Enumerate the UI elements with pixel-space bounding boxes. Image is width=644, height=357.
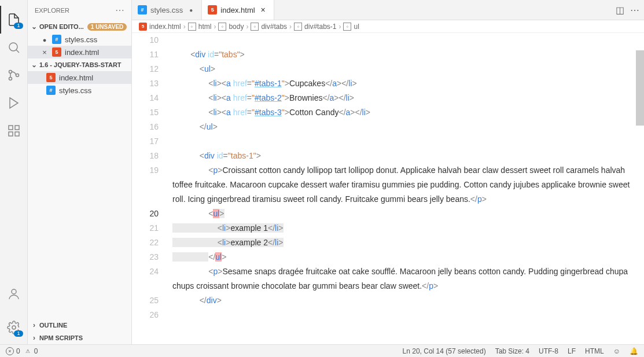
- unsaved-badge: 1 UNSAVED: [87, 23, 127, 31]
- element-icon: ⬦: [218, 23, 226, 31]
- svg-point-1: [9, 71, 12, 73]
- close-icon[interactable]: ×: [259, 5, 268, 14]
- breadcrumb-item[interactable]: ⬦ div#tabs: [251, 23, 287, 31]
- element-icon: ⬦: [188, 23, 196, 31]
- chevron-right-icon: ›: [30, 321, 38, 329]
- svg-rect-6: [9, 132, 13, 136]
- css-file-icon: #: [52, 35, 61, 44]
- svg-point-9: [12, 326, 16, 329]
- breadcrumb-item[interactable]: ⬦ ul: [343, 23, 359, 31]
- svg-point-8: [12, 289, 16, 294]
- svg-point-2: [9, 78, 12, 80]
- explorer-icon[interactable]: 1: [0, 6, 28, 34]
- eol-status[interactable]: LF: [568, 347, 576, 355]
- tab-styles-css[interactable]: # styles.css ●: [132, 0, 202, 20]
- breadcrumb-item[interactable]: ⬦ body: [218, 23, 244, 31]
- modified-dot-icon: ●: [186, 7, 196, 13]
- close-icon[interactable]: ×: [41, 48, 49, 57]
- encoding-status[interactable]: UTF-8: [539, 347, 558, 355]
- chevron-down-icon: ⌄: [30, 61, 38, 69]
- sidebar-title: EXPLORER: [35, 7, 69, 14]
- settings-badge: 1: [14, 330, 23, 337]
- accounts-icon[interactable]: [0, 280, 28, 308]
- chevron-right-icon: ›: [214, 23, 216, 31]
- tab-size-status[interactable]: Tab Size: 4: [495, 347, 529, 355]
- chevron-right-icon: ›: [30, 334, 38, 342]
- html-file-icon: 5: [208, 5, 217, 14]
- open-editors-header[interactable]: ⌄ OPEN EDITO... 1 UNSAVED: [28, 20, 131, 33]
- tab-index-html[interactable]: 5 index.html ×: [202, 0, 274, 20]
- chevron-right-icon: ›: [246, 23, 248, 31]
- file-tree-item[interactable]: 5 index.html: [28, 71, 131, 84]
- warning-icon: ⚠: [24, 347, 32, 355]
- open-editor-item[interactable]: × 5 index.html: [28, 46, 131, 58]
- scrollbar-thumb[interactable]: [636, 50, 644, 126]
- svg-rect-5: [15, 126, 19, 130]
- chevron-down-icon: ⌄: [30, 23, 38, 31]
- breadcrumb-item[interactable]: 5 index.html: [139, 23, 181, 31]
- html-file-icon: 5: [46, 73, 56, 82]
- source-control-icon[interactable]: [0, 61, 28, 89]
- editor-area: # styles.css ● 5 index.html × ◫ ⋯ 5 inde…: [132, 0, 644, 344]
- chevron-right-icon: ›: [289, 23, 292, 31]
- extensions-icon[interactable]: [0, 117, 28, 145]
- language-status[interactable]: HTML: [585, 347, 604, 355]
- svg-rect-7: [15, 132, 19, 136]
- split-editor-icon[interactable]: ◫: [616, 5, 624, 16]
- npm-scripts-header[interactable]: › NPM SCRIPTS: [28, 332, 131, 344]
- open-editor-item[interactable]: # styles.css: [28, 33, 131, 46]
- html-file-icon: 5: [52, 47, 61, 57]
- svg-point-0: [9, 43, 17, 51]
- cursor-position-status[interactable]: Ln 20, Col 14 (57 selected): [403, 347, 486, 355]
- file-tree-item[interactable]: # styles.css: [28, 84, 131, 97]
- feedback-icon[interactable]: ☺: [613, 347, 620, 355]
- activity-bar: 1 1: [0, 0, 28, 344]
- element-icon: ⬦: [343, 23, 351, 31]
- run-debug-icon[interactable]: [0, 89, 28, 117]
- element-icon: ⬦: [294, 23, 302, 31]
- chevron-right-icon: ›: [338, 23, 341, 31]
- search-icon[interactable]: [0, 34, 28, 61]
- more-icon[interactable]: ⋯: [630, 5, 639, 16]
- chevron-right-icon: ›: [183, 23, 186, 31]
- sidebar: EXPLORER ⋯ ⌄ OPEN EDITO... 1 UNSAVED # s…: [28, 0, 132, 344]
- breadcrumb: 5 index.html › ⬦ html › ⬦ body › ⬦ div#t…: [132, 20, 644, 33]
- warnings-status[interactable]: ⚠ 0: [24, 347, 38, 355]
- folder-header[interactable]: ⌄ 1.6 - JQUERY-TABS-START: [28, 58, 131, 71]
- tabs-bar: # styles.css ● 5 index.html × ◫ ⋯: [132, 0, 644, 20]
- element-icon: ⬦: [251, 23, 259, 31]
- sidebar-more-icon[interactable]: ⋯: [115, 5, 124, 16]
- line-numbers: 1011121314151617181920212223242526: [132, 33, 172, 344]
- css-file-icon: #: [46, 86, 56, 95]
- scrollbar-vertical[interactable]: [636, 33, 644, 344]
- settings-gear-icon[interactable]: 1: [0, 314, 28, 341]
- code-content[interactable]: <div id="tabs"> <ul> <li><a href="#tabs-…: [172, 33, 644, 344]
- css-file-icon: #: [138, 5, 147, 14]
- breadcrumb-item[interactable]: ⬦ div#tabs-1: [294, 23, 336, 31]
- errors-status[interactable]: × 0: [6, 347, 20, 355]
- explorer-badge: 1: [14, 23, 23, 29]
- svg-rect-4: [9, 126, 13, 130]
- notifications-icon[interactable]: 🔔: [630, 347, 638, 355]
- code-editor[interactable]: 1011121314151617181920212223242526 <div …: [132, 33, 644, 344]
- outline-header[interactable]: › OUTLINE: [28, 319, 131, 332]
- status-bar: × 0 ⚠ 0 Ln 20, Col 14 (57 selected) Tab …: [0, 344, 644, 357]
- breadcrumb-item[interactable]: ⬦ html: [188, 23, 212, 31]
- html-file-icon: 5: [139, 23, 147, 31]
- error-icon: ×: [6, 347, 14, 355]
- modified-dot-icon: [41, 35, 49, 44]
